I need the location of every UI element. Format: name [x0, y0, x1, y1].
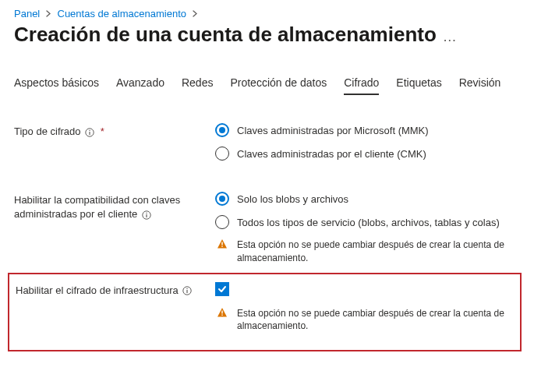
warning-icon: [215, 238, 229, 249]
label-encryption-type: Tipo de cifrado *: [14, 123, 215, 139]
row-encryption-type: Tipo de cifrado * Claves administradas p…: [14, 123, 520, 170]
svg-rect-11: [221, 310, 222, 313]
highlight-infra-encrypt: Habilitar el cifrado de infraestructura …: [8, 273, 522, 352]
info-icon[interactable]: [85, 128, 94, 137]
warning-icon: [215, 307, 229, 318]
breadcrumb-link-panel[interactable]: Panel: [14, 8, 40, 19]
check-icon: [217, 284, 227, 294]
radio-mmk[interactable]: [215, 123, 229, 137]
chevron-right-icon: [46, 8, 51, 19]
radio-all-services[interactable]: [215, 215, 229, 229]
label-infra-encrypt: Habilitar el cifrado de infraestructura: [14, 282, 215, 298]
label-cmk-support: Habilitar la compatibilidad con claves a…: [14, 192, 215, 221]
tabs: Aspectos básicos Avanzado Redes Protecci…: [14, 76, 520, 95]
svg-rect-10: [187, 288, 188, 289]
radio-cmk[interactable]: [215, 147, 229, 161]
tab-advanced[interactable]: Avanzado: [116, 76, 164, 95]
warning-text-infra: Esta opción no se puede cambiar después …: [237, 307, 515, 334]
radio-label-all-services: Todos los tipos de servicio (blobs, arch…: [237, 217, 500, 228]
row-cmk-support: Habilitar la compatibilidad con claves a…: [14, 192, 520, 265]
tab-review[interactable]: Revisión: [459, 76, 501, 95]
checkbox-infra-encrypt[interactable]: [215, 282, 229, 296]
warning-text-cmk: Esta opción no se puede cambiar después …: [237, 238, 520, 265]
breadcrumb-link-storage-accounts[interactable]: Cuentas de almacenamiento: [58, 8, 187, 19]
svg-rect-5: [146, 213, 147, 214]
tab-basics[interactable]: Aspectos básicos: [14, 76, 99, 95]
tab-tags[interactable]: Etiquetas: [396, 76, 441, 95]
tab-encryption[interactable]: Cifrado: [344, 76, 379, 95]
svg-rect-9: [187, 290, 188, 293]
svg-rect-4: [146, 214, 147, 217]
page-title: Creación de una cuenta de almacenamiento…: [14, 23, 520, 47]
breadcrumb: Panel Cuentas de almacenamiento: [14, 8, 520, 19]
info-icon[interactable]: [182, 286, 192, 295]
radio-label-cmk: Claves administradas por el cliente (CMK…: [237, 148, 426, 160]
svg-rect-1: [90, 132, 90, 135]
more-icon[interactable]: …: [443, 29, 458, 44]
radio-label-mmk: Claves administradas por Microsoft (MMK): [237, 125, 429, 136]
row-infra-encrypt: Habilitar el cifrado de infraestructura …: [14, 282, 515, 334]
svg-rect-6: [221, 242, 222, 245]
required-asterisk: *: [101, 125, 104, 137]
tab-networking[interactable]: Redes: [182, 76, 213, 95]
radio-blobs-files[interactable]: [215, 192, 229, 206]
svg-rect-7: [221, 246, 222, 247]
info-icon[interactable]: [142, 210, 151, 220]
svg-rect-2: [90, 129, 90, 130]
tab-data-protection[interactable]: Protección de datos: [230, 76, 327, 95]
chevron-right-icon: [193, 8, 198, 19]
radio-label-blobs-files: Solo los blobs y archivos: [237, 193, 348, 205]
svg-rect-12: [221, 314, 222, 315]
